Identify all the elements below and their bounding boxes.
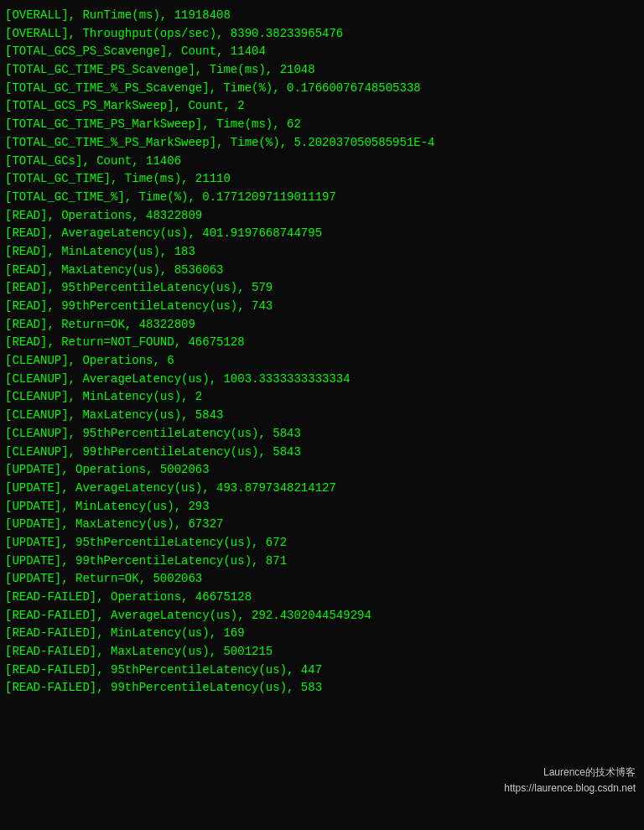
terminal-line: [TOTAL_GCS_PS_MarkSweep], Count, 2 [5, 97, 639, 116]
terminal-line: [CLEANUP], Operations, 6 [5, 352, 639, 371]
terminal-line: [TOTAL_GCS_PS_Scavenge], Count, 11404 [5, 43, 639, 61]
watermark: Laurence的技术博客 https://laurence.blog.csdn… [504, 765, 636, 796]
watermark-line2: https://laurence.blog.csdn.net [504, 782, 636, 794]
terminal-line: [READ], AverageLatency(us), 401.91976687… [5, 225, 639, 243]
terminal-line: [TOTAL_GC_TIME], Time(ms), 21110 [5, 170, 639, 189]
terminal-line: [UPDATE], AverageLatency(us), 493.879734… [5, 480, 639, 498]
terminal-line: [CLEANUP], MaxLatency(us), 5843 [5, 407, 639, 425]
terminal-output: [OVERALL], RunTime(ms), 11918408[OVERALL… [5, 7, 639, 698]
terminal-line: [CLEANUP], AverageLatency(us), 1003.3333… [5, 371, 639, 389]
terminal-line: [READ-FAILED], Operations, 46675128 [5, 589, 639, 607]
terminal-line: [UPDATE], 99thPercentileLatency(us), 871 [5, 552, 639, 571]
terminal-line: [UPDATE], Operations, 5002063 [5, 461, 639, 480]
terminal-line: [OVERALL], RunTime(ms), 11918408 [5, 7, 639, 25]
terminal-line: [TOTAL_GC_TIME_PS_MarkSweep], Time(ms), … [5, 116, 639, 134]
terminal-line: [READ-FAILED], MaxLatency(us), 5001215 [5, 643, 639, 661]
terminal-line: [READ-FAILED], 95thPercentileLatency(us)… [5, 661, 639, 680]
terminal-line: [OVERALL], Throughput(ops/sec), 8390.382… [5, 25, 639, 44]
terminal-line: [UPDATE], 95thPercentileLatency(us), 672 [5, 534, 639, 552]
terminal-line: [READ], MinLatency(us), 183 [5, 243, 639, 262]
terminal-line: [UPDATE], MaxLatency(us), 67327 [5, 516, 639, 534]
terminal-line: [UPDATE], MinLatency(us), 293 [5, 498, 639, 516]
terminal-line: [READ], Return=OK, 48322809 [5, 316, 639, 335]
terminal-line: [TOTAL_GC_TIME_PS_Scavenge], Time(ms), 2… [5, 61, 639, 80]
watermark-line1: Laurence的技术博客 [543, 766, 636, 778]
terminal-line: [CLEANUP], MinLatency(us), 2 [5, 388, 639, 407]
terminal-line: [READ], 99thPercentileLatency(us), 743 [5, 298, 639, 316]
terminal-line: [READ-FAILED], AverageLatency(us), 292.4… [5, 607, 639, 625]
terminal-line: [CLEANUP], 99thPercentileLatency(us), 58… [5, 444, 639, 462]
terminal-line: [TOTAL_GCs], Count, 11406 [5, 153, 639, 171]
terminal-line: [UPDATE], Return=OK, 5002063 [5, 570, 639, 589]
terminal-line: [READ], MaxLatency(us), 8536063 [5, 262, 639, 280]
terminal-line: [CLEANUP], 95thPercentileLatency(us), 58… [5, 425, 639, 444]
terminal-line: [TOTAL_GC_TIME_%_PS_Scavenge], Time(%), … [5, 80, 639, 98]
terminal-line: [READ-FAILED], 99thPercentileLatency(us)… [5, 679, 639, 698]
terminal-line: [READ], 95thPercentileLatency(us), 579 [5, 279, 639, 298]
terminal-line: [READ-FAILED], MinLatency(us), 169 [5, 625, 639, 643]
terminal-line: [TOTAL_GC_TIME_%_PS_MarkSweep], Time(%),… [5, 134, 639, 153]
terminal-line: [READ], Return=NOT_FOUND, 46675128 [5, 334, 639, 352]
terminal-line: [TOTAL_GC_TIME_%], Time(%), 0.1771209711… [5, 189, 639, 207]
terminal-line: [READ], Operations, 48322809 [5, 207, 639, 226]
